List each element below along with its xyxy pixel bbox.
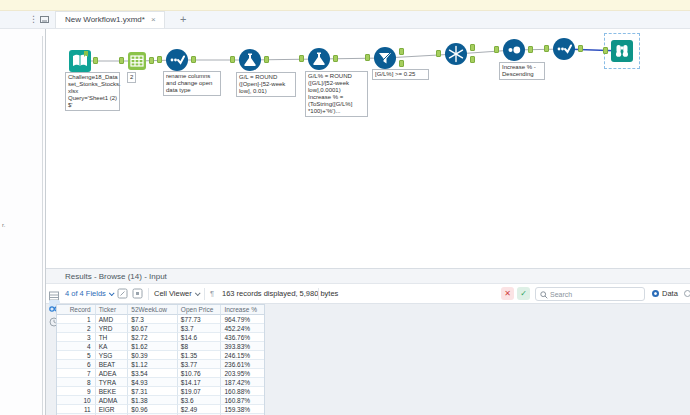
cell-viewer-dropdown[interactable]: Cell Viewer <box>154 289 199 298</box>
input-anchor[interactable] <box>365 54 370 61</box>
annotation-select[interactable]: rename columns and change open data type <box>163 71 221 96</box>
output-anchor[interactable] <box>93 57 98 64</box>
false-output-anchor[interactable] <box>399 60 404 67</box>
radio-metadata[interactable]: Metadata <box>684 289 690 298</box>
table-cell: 1 <box>57 315 96 324</box>
popout-icon[interactable] <box>132 288 143 301</box>
unique-icon <box>444 42 468 66</box>
apply-button[interactable]: ✓ <box>517 287 530 300</box>
table-row[interactable]: 11EIGR$0.96$2.49159.38% <box>57 405 264 414</box>
formula-icon <box>238 48 262 72</box>
tab-title: New Workflow1.yxmd* <box>65 15 145 24</box>
edit-icon[interactable] <box>117 288 128 301</box>
radio-data[interactable]: Data <box>652 289 678 298</box>
table-header-row: RecordTicker52WeekLowOpen PriceIncrease … <box>57 305 264 315</box>
panel-divider <box>42 36 43 415</box>
annotation-text-input[interactable]: 2 <box>127 72 136 83</box>
tool-formula-1[interactable] <box>238 48 262 72</box>
input-anchor[interactable] <box>436 50 441 57</box>
annotation-filter[interactable]: [G/L%] >= 0.25 <box>372 69 429 80</box>
table-cell: 8 <box>57 378 96 387</box>
column-header: Ticker <box>96 305 129 315</box>
tab-workflow[interactable]: New Workflow1.yxmd*× <box>55 11 165 28</box>
tab-close-icon[interactable]: × <box>151 15 156 24</box>
annotation-sort[interactable]: Increase % - Descending <box>499 62 545 80</box>
table-cell: $14.17 <box>178 378 222 387</box>
pilcrow-icon[interactable]: ¶ <box>210 289 214 298</box>
table-row[interactable]: 10ADMA$1.38$3.6160.87% <box>57 396 264 405</box>
true-output-anchor[interactable] <box>399 48 404 55</box>
sort-icon <box>502 38 526 62</box>
chevron-down-icon <box>109 290 115 296</box>
table-row[interactable]: 6BEAT$1.12$3.77236.61% <box>57 360 264 369</box>
scroll-up-icon[interactable]: ↑ <box>293 288 298 298</box>
chevron-down-icon <box>195 290 201 296</box>
overflow-menu-icon[interactable]: ⋮ <box>29 14 38 25</box>
input-anchor[interactable] <box>494 46 499 53</box>
tool-text-input[interactable] <box>127 51 147 71</box>
input-anchor[interactable] <box>157 56 162 63</box>
results-table[interactable]: RecordTicker52WeekLowOpen PriceIncrease … <box>56 304 265 415</box>
table-cell: 3 <box>57 333 96 342</box>
table-cell: $2.72 <box>128 333 178 342</box>
tool-sort[interactable] <box>502 38 526 62</box>
tool-select-1[interactable] <box>165 48 189 72</box>
table-cell: $10.76 <box>178 369 222 378</box>
input-anchor[interactable] <box>119 57 124 64</box>
search-icon <box>540 291 548 300</box>
table-cell: $1.38 <box>128 396 178 405</box>
table-row[interactable]: 9BEKE$7.31$19.07160.88% <box>57 387 264 396</box>
tool-input-data[interactable] <box>69 50 91 72</box>
table-row[interactable]: 1AMD$7.3$77.73964.79% <box>57 315 264 324</box>
table-cell: 10 <box>57 396 96 405</box>
output-anchor[interactable] <box>149 57 154 64</box>
filter-icon <box>373 46 397 70</box>
duplicate-output-anchor[interactable] <box>470 56 475 63</box>
table-row[interactable]: 3TH$2.72$14.6436.76% <box>57 333 264 342</box>
table-cell: AMD <box>96 315 129 324</box>
tool-formula-2[interactable] <box>307 47 331 71</box>
dock-icon[interactable] <box>40 15 49 27</box>
unique-output-anchor[interactable] <box>470 44 475 51</box>
tool-select-2[interactable] <box>552 37 576 61</box>
workflow-tab-bar: ⋮ New Workflow1.yxmd*× + <box>0 11 690 29</box>
output-anchor[interactable] <box>333 55 338 62</box>
table-row[interactable]: 2YRD$0.67$3.7452.24% <box>57 324 264 333</box>
table-cell: $3.77 <box>178 360 222 369</box>
input-anchor[interactable] <box>544 45 549 52</box>
results-header: Results - Browse (14) - Input <box>46 269 690 284</box>
clear-search-button[interactable]: ✕ <box>501 287 514 300</box>
table-cell: 7 <box>57 369 96 378</box>
input-anchor[interactable] <box>603 47 608 54</box>
table-row[interactable]: 8TYRA$4.93$14.17187.42% <box>57 378 264 387</box>
table-view-icon[interactable] <box>49 287 60 298</box>
tool-unique[interactable] <box>444 42 468 66</box>
column-header: 52WeekLow <box>128 305 178 315</box>
annotation-input-data[interactable]: Challenge18_Data set_Stonks_Stocks. xlsx… <box>65 72 120 111</box>
table-cell: 5 <box>57 351 96 360</box>
table-cell: $7.3 <box>128 315 178 324</box>
table-row[interactable]: 5YSG$0.39$1.35246.15% <box>57 351 264 360</box>
input-anchor[interactable] <box>230 56 235 63</box>
fields-dropdown[interactable]: 4 of 4 Fields <box>65 289 113 298</box>
tool-browse[interactable] <box>611 40 633 62</box>
workflow-canvas[interactable]: Challenge18_Data set_Stonks_Stocks. xlsx… <box>46 29 690 268</box>
annotation-formula-1[interactable]: G/L = ROUND ([Open]-[52-week low], 0.01) <box>236 72 296 97</box>
results-toolbar: 4 of 4 Fields Cell Viewer ¶ 163 records … <box>46 284 690 304</box>
output-anchor[interactable] <box>528 46 533 53</box>
table-cell: $77.73 <box>178 315 222 324</box>
output-anchor[interactable] <box>578 45 583 52</box>
table-row[interactable]: 7ADEA$3.54$10.76203.95% <box>57 369 264 378</box>
new-tab-button[interactable]: + <box>180 13 186 25</box>
results-pane: Results - Browse (14) - Input 4 of 4 Fie… <box>46 268 690 415</box>
table-row[interactable]: 4KA$1.62$8393.83% <box>57 342 264 351</box>
scroll-down-icon[interactable]: ↓ <box>305 288 310 298</box>
output-anchor[interactable] <box>264 56 269 63</box>
table-cell: 2 <box>57 324 96 333</box>
tool-filter[interactable] <box>373 46 397 70</box>
table-cell: 203.95% <box>221 369 264 378</box>
input-anchor[interactable] <box>299 55 304 62</box>
output-anchor[interactable] <box>191 56 196 63</box>
annotation-formula-2[interactable]: G/L% = ROUND ([G/L]/[52-week low],0.0001… <box>305 71 368 117</box>
search-input[interactable]: Search <box>535 287 645 301</box>
